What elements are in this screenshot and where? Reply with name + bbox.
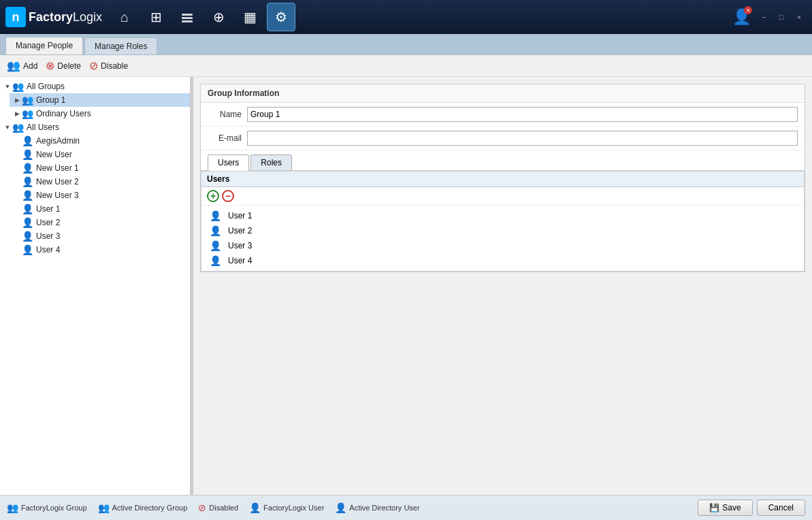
user4-icon: 👤 (22, 244, 33, 255)
new-user-2-label: New User 2 (36, 177, 79, 186)
users-sub-panel: Users + − 👤 User 1 👤 U (201, 171, 805, 272)
disabled-icon: ⊘ (198, 502, 206, 513)
legend-disabled: ⊘ Disabled (198, 502, 238, 513)
user3-icon: 👤 (22, 231, 33, 242)
email-input[interactable] (247, 131, 798, 146)
tree-ordinary-users[interactable]: ▶ 👥 Ordinary Users (10, 107, 190, 120)
all-groups-label: All Groups (27, 82, 65, 91)
remove-user-button[interactable]: − (222, 190, 234, 202)
sub-tab-roles[interactable]: Roles (250, 155, 292, 170)
legend-fl-user: 👤 FactoryLogix User (249, 502, 324, 513)
name-row: Name (201, 103, 805, 127)
ad-group-icon: 👥 (98, 502, 110, 513)
name-input[interactable] (247, 107, 798, 122)
tree-user-new-user[interactable]: ▶ 👤 New User (10, 148, 190, 161)
list-item[interactable]: 👤 User 1 (201, 208, 804, 223)
email-row: E-mail (201, 127, 805, 150)
group1-label: Group 1 (36, 95, 65, 105)
fl-user-icon: 👤 (249, 502, 261, 513)
cancel-button[interactable]: Cancel (757, 500, 805, 516)
list-user4-name: User 4 (228, 256, 252, 265)
ordinary-users-label: Ordinary Users (36, 109, 91, 118)
legend-ad-user: 👤 Active Directory User (335, 502, 419, 513)
save-button[interactable]: 💾 Save (698, 500, 752, 516)
legend-ad-group: 👥 Active Directory Group (98, 502, 188, 513)
toggle-all-groups[interactable]: ▼ (3, 82, 12, 91)
delete-button[interactable]: ⊗ Delete (46, 59, 81, 72)
disable-icon: ⊘ (89, 59, 98, 72)
list-item[interactable]: 👤 User 4 (201, 253, 804, 268)
tree-user-user4[interactable]: ▶ 👤 User 4 (10, 243, 190, 257)
globe-nav-icon[interactable]: ⊕ (204, 3, 233, 31)
right-panel: Group Information Name E-mail Users Role… (193, 77, 812, 495)
tree-all-users[interactable]: ▼ 👥 All Users (0, 120, 190, 134)
ordinary-users-icon: 👥 (22, 108, 33, 119)
all-users-icon: 👥 (12, 122, 24, 133)
minimize-button[interactable]: − (756, 10, 771, 25)
name-label: Name (208, 110, 242, 119)
tree-user-user3[interactable]: ▶ 👤 User 3 (10, 229, 190, 243)
content-panel: 👥 Add ⊗ Delete ⊘ Disable ▼ 👥 All Groups (0, 54, 812, 520)
split-layout: ▼ 👥 All Groups ▶ 👥 Group 1 ▶ 👥 (0, 77, 812, 495)
groups-children: ▶ 👥 Group 1 ▶ 👥 Ordinary Users (0, 93, 190, 120)
delete-icon: ⊗ (46, 59, 54, 72)
list-item[interactable]: 👤 User 2 (201, 223, 804, 238)
layers-nav-icon[interactable] (173, 3, 201, 31)
user-badge: ✕ (744, 6, 752, 14)
settings-nav-icon[interactable]: ⚙ (267, 3, 295, 31)
save-disk-icon: 💾 (709, 503, 719, 513)
close-button[interactable]: × (792, 10, 807, 25)
fl-group-label: FactoryLogix Group (21, 504, 87, 512)
ad-user-label: Active Directory User (349, 504, 419, 512)
add-button[interactable]: 👥 Add (7, 59, 37, 72)
tree-user-user2[interactable]: ▶ 👤 User 2 (10, 216, 190, 229)
new-user-label: New User (36, 150, 72, 159)
toggle-all-users[interactable]: ▼ (3, 123, 12, 132)
list-user1-name: User 1 (228, 211, 252, 221)
add-user-button[interactable]: + (207, 190, 219, 202)
user2-label: User 2 (36, 218, 60, 227)
cancel-label: Cancel (768, 503, 794, 513)
group-info-panel: Group Information Name E-mail Users Role… (200, 84, 805, 272)
main-area: Manage People Manage Roles 👥 Add ⊗ Delet… (0, 34, 812, 520)
group-info-title: Group Information (201, 84, 805, 103)
legend-fl-group: 👥 FactoryLogix Group (7, 502, 87, 513)
tab-manage-people[interactable]: Manage People (5, 37, 83, 54)
svg-rect-2 (182, 20, 193, 22)
tree-user-new-user-3[interactable]: ▶ 👤 New User 3 (10, 189, 190, 202)
toggle-group1[interactable]: ▶ (12, 95, 22, 105)
bottom-legend: 👥 FactoryLogix Group 👥 Active Directory … (0, 495, 812, 520)
add-label: Add (23, 61, 37, 71)
app-logo: n FactoryLogix (5, 7, 102, 27)
tree-panel: ▼ 👥 All Groups ▶ 👥 Group 1 ▶ 👥 (0, 77, 191, 495)
toggle-ordinary-users[interactable]: ▶ (12, 109, 22, 118)
tree-user-new-user-2[interactable]: ▶ 👤 New User 2 (10, 175, 190, 189)
grid-nav-icon[interactable]: ⊞ (142, 3, 170, 31)
user-avatar: 👤 ✕ (729, 5, 753, 29)
ad-group-label: Active Directory Group (112, 504, 188, 512)
list-item[interactable]: 👤 User 3 (201, 238, 804, 253)
svg-rect-0 (182, 14, 193, 16)
maximize-button[interactable]: □ (774, 10, 789, 25)
tree-user-aegisadmin[interactable]: ▶ 👤 AegisAdmin (10, 134, 190, 148)
tree-user-user1[interactable]: ▶ 👤 User 1 (10, 202, 190, 216)
fl-user-label: FactoryLogix User (263, 504, 324, 512)
tab-manage-roles[interactable]: Manage Roles (84, 37, 157, 54)
tree-group1[interactable]: ▶ 👥 Group 1 (10, 93, 190, 107)
titlebar: n FactoryLogix ⌂ ⊞ ⊕ ▦ ⚙ 👤 ✕ − □ × (0, 0, 812, 34)
user2-icon: 👤 (22, 217, 33, 228)
new-user-3-icon: 👤 (22, 190, 33, 201)
fl-group-icon: 👥 (7, 502, 18, 513)
new-user-1-label: New User 1 (36, 163, 79, 173)
monitor-nav-icon[interactable]: ▦ (236, 3, 264, 31)
disable-button[interactable]: ⊘ Disable (89, 59, 128, 72)
tree-all-groups[interactable]: ▼ 👥 All Groups (0, 80, 190, 93)
home-nav-icon[interactable]: ⌂ (110, 3, 139, 31)
aegisadmin-icon: 👤 (22, 135, 33, 146)
toolbar: 👥 Add ⊗ Delete ⊘ Disable (0, 55, 812, 77)
tree-user-new-user-1[interactable]: ▶ 👤 New User 1 (10, 161, 190, 175)
sub-tab-users[interactable]: Users (208, 155, 249, 171)
new-user-1-icon: 👤 (22, 163, 33, 174)
list-user2-name: User 2 (228, 226, 252, 235)
list-user3-icon: 👤 (210, 240, 221, 251)
